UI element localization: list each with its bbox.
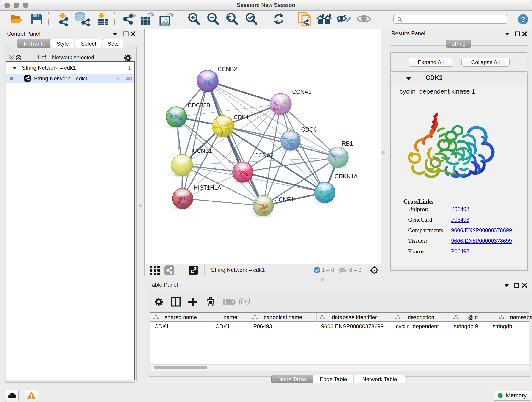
- svg-text:CDC25B: CDC25B: [188, 102, 210, 108]
- svg-text:CDKN1A: CDKN1A: [335, 173, 358, 179]
- svg-text:CCNA2: CCNA2: [254, 152, 274, 159]
- svg-text:RB1: RB1: [342, 140, 353, 147]
- svg-text:HIST1H1A: HIST1H1A: [194, 184, 221, 191]
- svg-text:CCNB1: CCNB1: [193, 148, 212, 154]
- svg-text:CCNB2: CCNB2: [218, 66, 237, 72]
- svg-text:CCNA1: CCNA1: [292, 89, 312, 95]
- svg-text:CCNE1: CCNE1: [274, 196, 294, 203]
- svg-text:CDK1: CDK1: [234, 114, 249, 120]
- svg-text:CDC6: CDC6: [301, 126, 317, 133]
